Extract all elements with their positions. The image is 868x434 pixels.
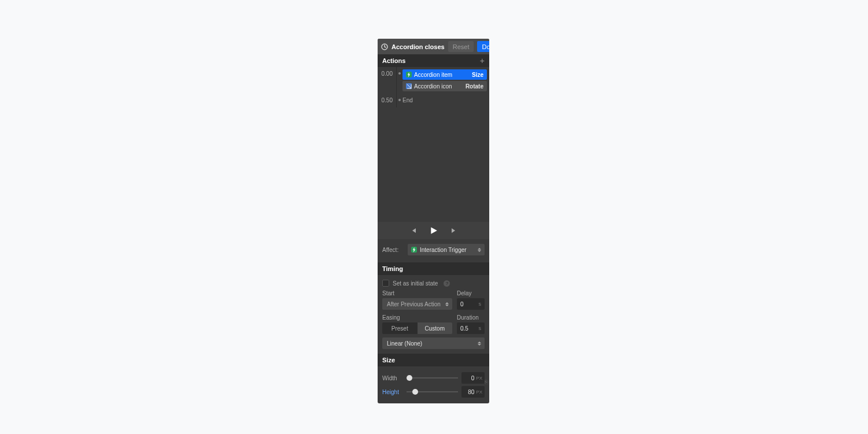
actions-section-header: Actions + [378, 54, 489, 67]
width-slider-row: Width 0 PX ⎘ [382, 371, 485, 385]
timeline: 0.00 Accordion item Size Accordion icon … [378, 67, 489, 222]
playback-controls [378, 222, 489, 239]
duration-input[interactable]: s [457, 322, 485, 334]
height-unit: PX [476, 390, 482, 395]
height-label: Height [382, 389, 403, 395]
clock-icon [381, 43, 388, 50]
skip-forward-button[interactable] [450, 227, 457, 234]
reset-button[interactable]: Reset [448, 41, 474, 52]
width-value: 0 [471, 375, 475, 381]
width-slider-knob[interactable] [407, 375, 412, 381]
timeline-dot [397, 67, 402, 94]
delay-input[interactable]: s [457, 298, 485, 310]
duration-label: Duration [457, 314, 485, 321]
skip-back-button[interactable] [410, 227, 417, 234]
affect-section: Affect: Interaction Trigger [378, 239, 489, 262]
height-slider[interactable] [407, 391, 458, 392]
lock-icon[interactable]: ⎘ [483, 379, 488, 385]
affect-select[interactable]: Interaction Trigger [408, 244, 485, 255]
actions-label: Actions [382, 57, 405, 64]
chevron-updown-icon [478, 248, 481, 252]
timing-label: Timing [382, 265, 403, 272]
size-section: Width 0 PX ⎘ Height 80 PX [378, 366, 489, 403]
timeline-dot [397, 94, 402, 107]
timing-section-header: Timing [378, 262, 489, 275]
add-action-button[interactable]: + [480, 57, 485, 65]
delay-label: Delay [457, 290, 485, 296]
chevron-updown-icon [478, 342, 481, 346]
delay-unit: s [479, 301, 482, 307]
lightning-icon [406, 72, 412, 77]
size-label: Size [382, 357, 395, 363]
timeline-time-0: 0.00 [378, 67, 397, 94]
easing-preset-tab[interactable]: Preset [382, 322, 418, 334]
action-row-name: Accordion item [414, 72, 470, 78]
duration-unit: s [479, 325, 482, 331]
easing-curve-value: Linear (None) [387, 340, 422, 347]
width-label: Width [382, 375, 403, 381]
easing-segmented: Preset Custom [382, 322, 452, 334]
width-unit: PX [476, 376, 482, 381]
action-row-name: Accordion icon [414, 83, 463, 90]
start-select[interactable]: After Previous Action [382, 298, 452, 310]
easing-custom-tab[interactable]: Custom [418, 322, 453, 334]
timeline-row-end: 0.50 End [378, 94, 489, 107]
width-value-box[interactable]: 0 PX [461, 372, 485, 384]
timeline-end-label: End [402, 94, 413, 107]
action-row-type: Size [472, 72, 483, 78]
start-value: After Previous Action [387, 301, 441, 307]
help-icon[interactable]: ? [444, 280, 450, 287]
chevron-updown-icon [445, 302, 449, 306]
initial-state-checkbox[interactable] [382, 280, 389, 287]
play-button[interactable] [430, 227, 438, 235]
timeline-items-0: Accordion item Size Accordion icon Rotat… [402, 67, 489, 94]
timeline-time-end: 0.50 [378, 94, 397, 107]
easing-label: Easing [382, 314, 452, 321]
action-row-accordion-icon[interactable]: Accordion icon Rotate [402, 81, 487, 91]
affect-label: Affect: [382, 247, 403, 253]
action-row-accordion-item[interactable]: Accordion item Size [402, 69, 487, 80]
width-slider[interactable] [407, 377, 458, 379]
initial-state-label: Set as initial state [393, 280, 438, 287]
height-slider-knob[interactable] [412, 389, 418, 395]
action-row-type: Rotate [466, 83, 483, 90]
start-label: Start [382, 290, 452, 296]
height-value-box[interactable]: 80 PX [461, 386, 485, 398]
height-slider-row: Height 80 PX [382, 385, 485, 399]
affect-value: Interaction Trigger [420, 247, 467, 253]
timeline-row-0: 0.00 Accordion item Size Accordion icon … [378, 67, 489, 94]
interactions-panel: Accordion closes Reset Done Actions + 0.… [378, 39, 489, 403]
rotate-icon [406, 83, 412, 89]
size-section-header: Size [378, 354, 489, 366]
height-value: 80 [468, 389, 474, 395]
lightning-icon [411, 247, 417, 253]
duration-value[interactable] [460, 325, 470, 332]
timing-section: Set as initial state ? Start After Previ… [378, 275, 489, 354]
done-button[interactable]: Done [477, 41, 489, 52]
easing-curve-select[interactable]: Linear (None) [382, 337, 485, 349]
panel-title: Accordion closes [391, 43, 445, 50]
delay-value[interactable] [460, 301, 470, 307]
panel-header: Accordion closes Reset Done [378, 39, 489, 54]
